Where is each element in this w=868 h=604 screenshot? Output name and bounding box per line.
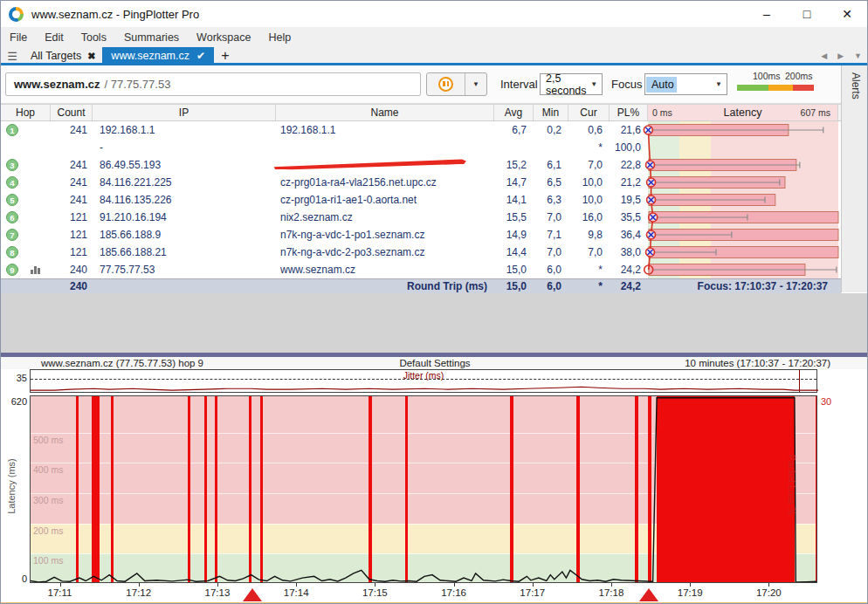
x-label-1718: 17:18 <box>589 587 633 598</box>
avg-cell: 14,1 <box>494 191 534 209</box>
count-cell: 241 <box>51 121 93 139</box>
tab-close-icon[interactable]: ✖ <box>87 51 95 62</box>
name-cell: nix2.seznam.cz <box>276 209 494 226</box>
column-header-count[interactable]: Count <box>51 105 93 120</box>
column-header-hop[interactable]: Hop <box>1 105 51 120</box>
count-cell: 121 <box>51 209 93 226</box>
min-cell: 6,3 <box>534 191 568 209</box>
window-title: www.seznam.cz - PingPlotter Pro <box>31 8 199 21</box>
target-host: www.seznam.cz <box>14 78 100 91</box>
alert-triangle-marker[interactable] <box>639 588 658 601</box>
column-header-min[interactable]: Min <box>534 105 568 120</box>
x-label-1719: 17:19 <box>668 587 712 598</box>
jitter-marker-line <box>799 370 801 392</box>
latency-timeline-graph[interactable]: 500 ms400 ms300 ms200 ms100 ms <box>30 395 817 583</box>
cur-cell: 7,0 <box>568 244 610 261</box>
summary-cell: 24,2 <box>610 280 648 292</box>
alerts-side-panel[interactable]: Alerts <box>841 65 868 292</box>
column-header-name[interactable]: Name <box>276 105 494 120</box>
jitter-graph[interactable]: Jitter (ms) <box>30 369 817 393</box>
summary-cell: 15,0 <box>494 280 534 292</box>
column-header-ip[interactable]: IP <box>93 105 276 120</box>
tab-scroll-right-icon[interactable]: ▶ <box>832 51 849 60</box>
scale-gradient-bar <box>737 85 814 91</box>
min-cell: 7,0 <box>534 209 568 226</box>
column-header-cur[interactable]: Cur <box>568 105 610 120</box>
latency-scale-legend[interactable]: 100ms 200ms <box>737 71 814 93</box>
alert-triangle-marker[interactable] <box>243 588 262 601</box>
hop-number-badge: 3 <box>6 159 18 171</box>
hop-number-badge: 5 <box>6 194 18 206</box>
jitter-max-label: 35 <box>8 373 27 383</box>
count-cell: 241 <box>51 191 93 209</box>
cur-cell: 16,0 <box>568 209 610 226</box>
tab-scroll-left-icon[interactable]: ◀ <box>816 51 832 60</box>
x-tick <box>454 583 455 587</box>
timeline-header: www.seznam.cz (77.75.77.53) hop 9 Defaul… <box>1 357 868 369</box>
column-header-pl[interactable]: PL% <box>610 105 648 120</box>
min-cell <box>534 139 568 156</box>
menu-item-tools[interactable]: Tools <box>72 29 115 46</box>
tab-www-seznam-cz[interactable]: www.seznam.cz ✔ <box>102 47 214 65</box>
hop-number-badge: 9 <box>6 264 18 276</box>
min-cell: 6,0 <box>534 261 568 278</box>
cur-cell: 0,6 <box>568 121 610 139</box>
scale-segment-0 <box>737 85 768 91</box>
tab-all-targets[interactable]: All Targets ✖ <box>24 47 102 65</box>
menu-item-edit[interactable]: Edit <box>36 29 72 46</box>
x-tick <box>217 583 218 587</box>
close-button[interactable]: ✕ <box>827 2 867 26</box>
column-header-latency[interactable]: 0 msLatency607 ms <box>648 105 838 120</box>
latency-scale-max-label: 607 ms <box>801 107 830 118</box>
scale-segment-1 <box>768 85 793 91</box>
min-cell: 6,5 <box>534 174 568 191</box>
ip-cell: 185.66.188.21 <box>93 244 276 261</box>
latency-max-label: 620 <box>6 396 27 407</box>
interval-label: Interval <box>500 78 538 91</box>
tab-all-targets-label: All Targets <box>31 50 81 62</box>
hop-number-badge: 6 <box>6 211 18 223</box>
focus-select[interactable]: Auto ▼ <box>644 73 727 95</box>
scale-200ms-label: 200ms <box>785 71 813 81</box>
bar-chart-icon[interactable] <box>31 266 42 274</box>
interval-select[interactable]: 2,5 seconds ▼ <box>540 73 603 95</box>
name-cell: cz-prg01a-ri1-ae1-0.aorta.net <box>276 191 494 209</box>
tab-list-dropdown-icon[interactable]: ▼ <box>849 51 867 60</box>
menu-item-file[interactable]: File <box>1 29 36 46</box>
minimize-button[interactable]: – <box>747 2 787 26</box>
round-trip-label: Round Trip (ms) <box>276 280 494 292</box>
x-tick <box>690 583 691 587</box>
menu-item-help[interactable]: Help <box>259 29 300 46</box>
count-cell: 121 <box>51 226 93 244</box>
menu-item-workspace[interactable]: Workspace <box>188 29 259 46</box>
cur-cell: 10,0 <box>568 191 610 209</box>
name-cell: 192.168.1.1 <box>276 121 494 139</box>
x-label-1713: 17:13 <box>196 587 239 598</box>
count-cell: 121 <box>51 244 93 261</box>
ip-cell: 91.210.16.194 <box>93 209 276 226</box>
avg-cell: 15,2 <box>494 156 534 174</box>
count-cell: 241 <box>51 156 93 174</box>
chevron-down-icon[interactable]: ▼ <box>587 80 602 88</box>
alerts-tab-label: Alerts <box>850 72 862 100</box>
maximize-button[interactable]: □ <box>787 2 827 26</box>
add-tab-button[interactable]: + <box>214 47 237 65</box>
latency-trace <box>31 396 817 583</box>
chevron-down-icon[interactable]: ▼ <box>711 80 727 88</box>
pause-dropdown-icon[interactable]: ▼ <box>465 73 486 95</box>
hamburger-icon[interactable]: ☰ <box>1 47 24 65</box>
latency-bars-graph[interactable] <box>612 121 841 278</box>
pause-button[interactable] <box>427 73 465 95</box>
jitter-trace <box>31 370 818 392</box>
column-header-avg[interactable]: Avg <box>494 105 534 120</box>
avg-cell: 14,4 <box>494 244 534 261</box>
focus-value-highlighted: Auto <box>646 77 677 93</box>
summary-row[interactable]: 240Round Trip (ms)15,06,0*24,2Focus: 17:… <box>1 278 841 293</box>
hop-number-badge: 8 <box>6 246 18 258</box>
target-input[interactable]: www.seznam.cz / 77.75.77.53 <box>5 72 421 96</box>
count-cell <box>51 139 93 156</box>
min-cell: 0,2 <box>534 121 568 139</box>
menu-item-summaries[interactable]: Summaries <box>115 29 188 46</box>
x-tick <box>60 583 61 587</box>
toolbar: www.seznam.cz / 77.75.77.53 ▼ Interval 2… <box>1 65 841 104</box>
